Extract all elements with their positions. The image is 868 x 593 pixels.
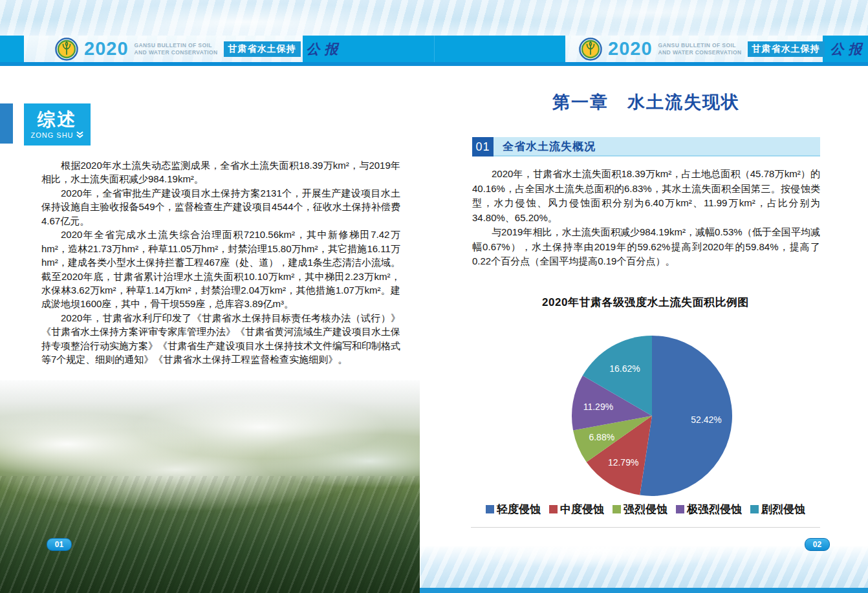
bottom-decorative-water-texture <box>420 546 868 588</box>
bottom-divider-strip <box>420 588 868 593</box>
legend-item: 剧烈侵蚀 <box>750 502 805 517</box>
paragraph: 2020年全省完成水土流失综合治理面积7210.56km²，其中新修梯田7.42… <box>41 228 400 311</box>
pie-slice-label: 12.79% <box>608 457 638 468</box>
top-decorative-water-texture <box>0 0 868 36</box>
bulletin-year: 2020 <box>608 39 653 58</box>
legend-swatch-icon <box>613 505 621 513</box>
soil-water-conservation-logo-icon <box>579 38 602 61</box>
overview-badge-subtitle: ZONG SHU <box>30 131 73 139</box>
overview-badge-side-bar <box>0 103 13 144</box>
header-right-page: 2020 GANSU BULLETIN OF SOIL AND WATER CO… <box>579 36 867 62</box>
pie-chart-svg: 52.42%12.79%6.88%11.29%16.62% <box>568 332 736 500</box>
section-header: 01 全省水土流失概况 <box>472 137 820 156</box>
chevron-double-down-icon <box>76 131 84 138</box>
header-blue-block <box>0 36 24 62</box>
legend-label: 轻度侵蚀 <box>497 502 541 517</box>
bulletin-gongbao-calligraphy: 公报 <box>830 40 867 58</box>
header-left-page: 2020 GANSU BULLETIN OF SOIL AND WATER CO… <box>55 36 343 62</box>
legend-swatch-icon <box>750 505 759 513</box>
chapter-title: 第一章 水土流失现状 <box>472 91 820 114</box>
bulletin-gongbao-calligraphy: 公报 <box>307 40 343 58</box>
pie-slice-label: 52.42% <box>691 415 721 425</box>
legend-label: 中度侵蚀 <box>560 502 604 517</box>
pie-slice-label: 6.88% <box>589 432 614 442</box>
legend-swatch-icon <box>549 505 558 513</box>
paragraph: 与2019年相比，水土流失面积减少984.19km²，减幅0.53%（低于全国平… <box>472 225 820 269</box>
overview-badge-subtitle-row: ZONG SHU <box>30 131 83 139</box>
pie-slice-label: 16.62% <box>609 363 640 374</box>
bulletin-chinese-badge: 甘肃省水土保持 <box>748 41 825 57</box>
page-header-band: 2020 GANSU BULLETIN OF SOIL AND WATER CO… <box>0 36 868 62</box>
legend-label: 极强烈侵蚀 <box>687 502 742 517</box>
soil-water-conservation-logo-icon <box>55 38 78 61</box>
page-number-left: 01 <box>47 538 72 551</box>
overview-badge-title: 综述 <box>38 110 78 130</box>
overview-section-badge: 综述 ZONG SHU <box>24 103 91 146</box>
legend-swatch-icon <box>676 505 684 513</box>
header-blue-block <box>434 36 565 62</box>
chart-legend: 轻度侵蚀中度侵蚀强烈侵蚀极强烈侵蚀剧烈侵蚀 <box>471 502 820 517</box>
overview-body-text: 根据2020年水土流失动态监测成果，全省水土流失面积18.39万km²，与201… <box>41 158 400 367</box>
bulletin-two-page-spread: 2020 GANSU BULLETIN OF SOIL AND WATER CO… <box>0 0 868 593</box>
bulletin-english-title: GANSU BULLETIN OF SOIL AND WATER CONSERV… <box>658 42 742 55</box>
pie-slice-label: 11.29% <box>583 402 613 412</box>
legend-item: 强烈侵蚀 <box>613 502 667 517</box>
bulletin-english-title: GANSU BULLETIN OF SOIL AND WATER CONSERV… <box>135 42 218 55</box>
legend-label: 剧烈侵蚀 <box>761 502 805 517</box>
legend-item: 轻度侵蚀 <box>486 502 541 517</box>
paragraph: 2020年，甘肃省水利厅印发了《甘肃省水土保持目标责任考核办法（试行）》《甘肃省… <box>41 311 400 367</box>
paragraph: 2020年，甘肃省水土流失面积18.39万km²，占土地总面积（45.78万km… <box>472 167 820 225</box>
section-number-badge: 01 <box>472 137 494 156</box>
pie-chart: 52.42%12.79%6.88%11.29%16.62% <box>568 332 736 500</box>
legend-item: 中度侵蚀 <box>549 502 604 517</box>
page-number-right: 02 <box>805 538 830 551</box>
paragraph: 2020年，全省审批生产建设项目水土保持方案2131个，开展生产建设项目水土保持… <box>41 186 400 228</box>
erosion-pie-chart-block: 2020年甘肃各级强度水土流失面积比例图 52.42%12.79%6.88%11… <box>471 290 820 528</box>
legend-item: 极强烈侵蚀 <box>676 502 742 517</box>
chart-title: 2020年甘肃各级强度水土流失面积比例图 <box>471 295 820 310</box>
bulletin-chinese-badge: 甘肃省水土保持 <box>224 41 301 57</box>
bulletin-year: 2020 <box>84 39 129 58</box>
mountain-landscape-photo <box>0 380 420 593</box>
section-body-text: 2020年，甘肃省水土流失面积18.39万km²，占土地总面积（45.78万km… <box>472 167 820 269</box>
paragraph: 根据2020年水土流失动态监测成果，全省水土流失面积18.39万km²，与201… <box>41 158 400 186</box>
header-divider-strip <box>0 62 868 66</box>
legend-swatch-icon <box>486 505 494 513</box>
section-title: 全省水土流失概况 <box>494 137 820 156</box>
legend-label: 强烈侵蚀 <box>624 502 667 517</box>
